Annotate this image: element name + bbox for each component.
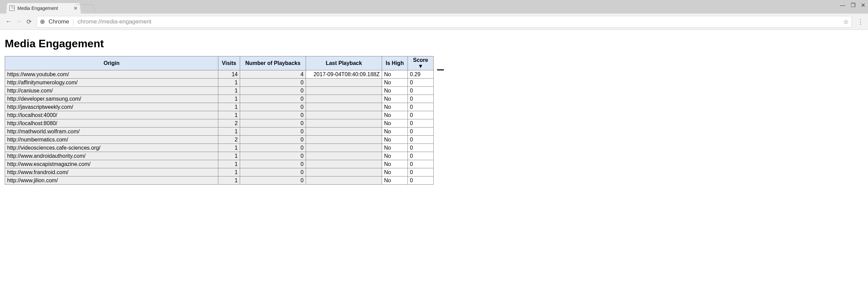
- bookmark-star-icon[interactable]: ☆: [843, 18, 849, 26]
- cell-last-playback: [306, 95, 382, 103]
- col-header-playbacks[interactable]: Number of Playbacks: [240, 56, 306, 70]
- back-button[interactable]: ←: [3, 18, 14, 25]
- new-tab-button[interactable]: [79, 5, 96, 14]
- cell-last-playback: [306, 111, 382, 119]
- table-row[interactable]: http://localhost:4000/10No0: [5, 111, 434, 119]
- svg-point-2: [42, 21, 43, 22]
- cell-score: 0: [408, 176, 434, 185]
- cell-is-high: No: [382, 176, 408, 185]
- col-header-is-high[interactable]: Is High: [382, 56, 408, 70]
- cell-score: 0: [408, 111, 434, 119]
- cell-playbacks: 0: [240, 160, 306, 168]
- window-minimize-icon[interactable]: —: [840, 3, 845, 8]
- cell-is-high: No: [382, 70, 408, 79]
- window-restore-icon[interactable]: ❐: [851, 3, 855, 8]
- cell-last-playback: [306, 136, 382, 144]
- cell-playbacks: 4: [240, 70, 306, 79]
- cell-visits: 1: [218, 144, 240, 152]
- tab-strip-background: Media Engagement ✕ — ❐ ✕: [0, 0, 868, 14]
- table-row[interactable]: http://mathworld.wolfram.com/10No0: [5, 128, 434, 136]
- cell-score: 0: [408, 160, 434, 168]
- cell-last-playback: 2017-09-04T08:40:09.188Z: [306, 70, 382, 79]
- cell-is-high: No: [382, 111, 408, 119]
- cell-origin: http://www.jilion.com/: [5, 176, 218, 185]
- cell-origin: http://javascriptweekly.com/: [5, 103, 218, 111]
- cell-score: 0: [408, 87, 434, 95]
- cell-is-high: No: [382, 79, 408, 87]
- cell-playbacks: 0: [240, 176, 306, 185]
- browser-menu-button[interactable]: ⋮: [856, 18, 865, 26]
- cell-playbacks: 0: [240, 152, 306, 160]
- table-row[interactable]: http://javascriptweekly.com/10No0: [5, 103, 434, 111]
- cell-last-playback: [306, 176, 382, 185]
- cell-playbacks: 0: [240, 103, 306, 111]
- cell-visits: 1: [218, 79, 240, 87]
- cell-is-high: No: [382, 87, 408, 95]
- browser-tab[interactable]: Media Engagement ✕: [6, 3, 81, 14]
- cell-playbacks: 0: [240, 95, 306, 103]
- cell-last-playback: [306, 160, 382, 168]
- cell-is-high: No: [382, 128, 408, 136]
- table-row[interactable]: https://www.youtube.com/1442017-09-04T08…: [5, 70, 434, 79]
- table-row[interactable]: http://numbermatics.com/20No0: [5, 136, 434, 144]
- cell-playbacks: 0: [240, 136, 306, 144]
- cell-is-high: No: [382, 103, 408, 111]
- cell-origin: http://mathworld.wolfram.com/: [5, 128, 218, 136]
- cell-last-playback: [306, 79, 382, 87]
- sort-desc-icon: ▼: [418, 63, 423, 69]
- cell-last-playback: [306, 119, 382, 128]
- cell-visits: 1: [218, 111, 240, 119]
- cell-origin: http://caniuse.com/: [5, 87, 218, 95]
- window-close-icon[interactable]: ✕: [861, 3, 865, 8]
- table-row[interactable]: http://www.frandroid.com/10No0: [5, 168, 434, 176]
- cell-score: 0: [408, 128, 434, 136]
- cell-visits: 2: [218, 136, 240, 144]
- table-row[interactable]: http://developer.samsung.com/10No0: [5, 95, 434, 103]
- media-engagement-table: Origin Visits Number of Playbacks Last P…: [5, 56, 434, 185]
- col-header-score[interactable]: Score ▼: [408, 56, 434, 70]
- cell-last-playback: [306, 87, 382, 95]
- cell-last-playback: [306, 144, 382, 152]
- table-row[interactable]: http://localhost:8080/20No0: [5, 119, 434, 128]
- cell-score: 0: [408, 152, 434, 160]
- cell-visits: 1: [218, 103, 240, 111]
- cell-playbacks: 0: [240, 119, 306, 128]
- tab-title: Media Engagement: [17, 5, 72, 11]
- col-header-origin[interactable]: Origin: [5, 56, 218, 70]
- cell-score: 0: [408, 144, 434, 152]
- table-row[interactable]: http://videosciences.cafe-sciences.org/1…: [5, 144, 434, 152]
- cell-visits: 1: [218, 87, 240, 95]
- cell-visits: 1: [218, 176, 240, 185]
- cell-origin: http://www.escapistmagazine.com/: [5, 160, 218, 168]
- cell-visits: 2: [218, 119, 240, 128]
- cell-origin: http://www.frandroid.com/: [5, 168, 218, 176]
- reload-button[interactable]: ⟳: [24, 18, 34, 26]
- page-title: Media Engagement: [5, 37, 863, 50]
- forward-button[interactable]: →: [14, 18, 24, 25]
- cell-origin: http://developer.samsung.com/: [5, 95, 218, 103]
- col-header-last-playback[interactable]: Last Playback: [306, 56, 382, 70]
- cell-is-high: No: [382, 136, 408, 144]
- cell-playbacks: 0: [240, 79, 306, 87]
- table-row[interactable]: http://www.jilion.com/10No0: [5, 176, 434, 185]
- cell-is-high: No: [382, 119, 408, 128]
- cell-score: 0: [408, 168, 434, 176]
- cell-visits: 1: [218, 95, 240, 103]
- cell-score: 0.29: [408, 70, 434, 79]
- address-bar[interactable]: Chrome chrome://media-engagement ☆: [37, 16, 852, 28]
- table-row[interactable]: http://www.androidauthority.com/10No0: [5, 152, 434, 160]
- cell-last-playback: [306, 152, 382, 160]
- page-icon: [9, 5, 15, 11]
- table-row[interactable]: http://www.escapistmagazine.com/10No0: [5, 160, 434, 168]
- cell-playbacks: 0: [240, 111, 306, 119]
- cell-origin: http://www.androidauthority.com/: [5, 152, 218, 160]
- table-row[interactable]: http://caniuse.com/10No0: [5, 87, 434, 95]
- col-header-visits[interactable]: Visits: [218, 56, 240, 70]
- cell-score: 0: [408, 95, 434, 103]
- cell-score: 0: [408, 136, 434, 144]
- cell-playbacks: 0: [240, 144, 306, 152]
- omnibox-chip: Chrome: [49, 18, 73, 25]
- cell-origin: http://localhost:8080/: [5, 119, 218, 128]
- omnibox-url: chrome://media-engagement: [77, 18, 840, 25]
- table-row[interactable]: http://affinitynumerology.com/10No0: [5, 79, 434, 87]
